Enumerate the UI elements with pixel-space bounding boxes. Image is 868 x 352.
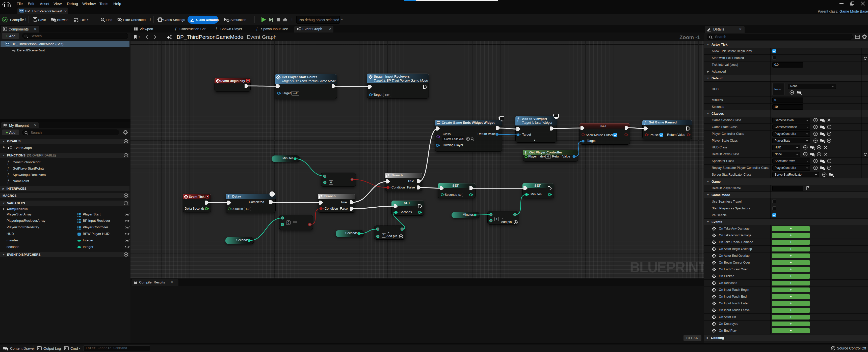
svg-text:≡: ≡	[102, 18, 103, 21]
